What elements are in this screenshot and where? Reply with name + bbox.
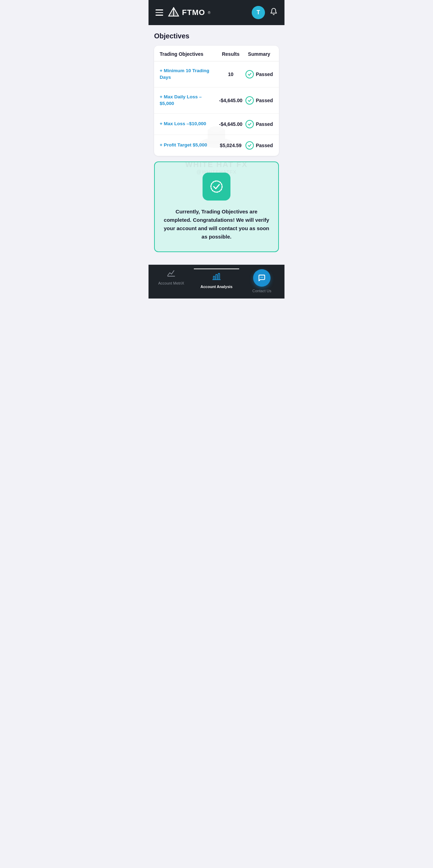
- nav-label-account-metrix: Account MetriX: [158, 281, 184, 285]
- menu-button[interactable]: [155, 9, 163, 16]
- logo: FTMO ®: [168, 7, 211, 18]
- logo-reg: ®: [208, 11, 210, 15]
- svg-point-3: [211, 181, 222, 192]
- objectives-card: Trading Objectives Results Summary + Min…: [154, 46, 279, 156]
- passed-label: Passed: [256, 71, 273, 77]
- bottom-nav: Account MetriX Account Analysis: [149, 265, 284, 299]
- svg-point-14: [261, 277, 262, 278]
- table-row: + Profit Target $5,000 $5,024.59 Passed: [154, 135, 279, 156]
- header-right: T: [252, 6, 278, 19]
- chat-button[interactable]: [253, 269, 271, 287]
- objective-result: 10: [216, 71, 245, 77]
- completion-banner: Currently, Trading Objectives are comple…: [154, 161, 279, 252]
- col-trading-objectives: Trading Objectives: [160, 51, 216, 57]
- nav-label-contact-us: Contact Us: [252, 289, 271, 293]
- objective-summary: Passed: [245, 70, 274, 78]
- ftmo-logo-icon: [168, 7, 179, 18]
- table-header: Trading Objectives Results Summary: [154, 46, 279, 61]
- avatar[interactable]: T: [252, 6, 265, 19]
- completion-message: Currently, Trading Objectives are comple…: [163, 207, 270, 241]
- objective-summary: Passed: [245, 120, 274, 128]
- check-circle-icon: [245, 120, 254, 128]
- objective-result: -$4,645.00: [216, 98, 245, 103]
- objective-label[interactable]: + Max Daily Loss – $5,000: [160, 94, 216, 107]
- col-summary: Summary: [245, 51, 274, 57]
- svg-rect-10: [216, 274, 217, 280]
- table-row: + Max Loss –$10,000 -$4,645.00 Passed: [154, 114, 279, 135]
- svg-point-13: [260, 277, 261, 278]
- account-analysis-icon: [212, 273, 221, 282]
- svg-rect-9: [213, 276, 215, 280]
- completion-check-icon: [209, 179, 224, 194]
- passed-label: Passed: [256, 98, 273, 103]
- objective-summary: Passed: [245, 96, 274, 105]
- nav-item-contact-us[interactable]: Contact Us: [239, 269, 284, 293]
- check-circle-icon: [245, 70, 254, 78]
- objective-summary: Passed: [245, 141, 274, 150]
- check-circle-icon: [245, 141, 254, 150]
- logo-text: FTMO: [182, 8, 205, 17]
- account-metrix-icon: [167, 269, 175, 279]
- completion-icon-box: [203, 173, 230, 201]
- page-title: Objectives: [154, 32, 279, 40]
- col-results: Results: [216, 51, 245, 57]
- page-content: Objectives Trading Objectives Results Su…: [149, 25, 284, 265]
- nav-item-account-analysis[interactable]: Account Analysis: [194, 269, 239, 293]
- passed-label: Passed: [256, 143, 273, 148]
- nav-item-account-metrix[interactable]: Account MetriX: [149, 269, 194, 293]
- nav-label-account-analysis: Account Analysis: [200, 285, 233, 289]
- app-wrapper: FTMO ® T Objectives Trading Objectives R…: [149, 0, 284, 299]
- objective-label[interactable]: + Minimum 10 Trading Days: [160, 68, 216, 81]
- svg-point-15: [263, 277, 263, 278]
- objective-label[interactable]: + Profit Target $5,000: [160, 142, 216, 149]
- bell-icon[interactable]: [270, 8, 278, 17]
- header: FTMO ® T: [149, 0, 284, 25]
- passed-label: Passed: [256, 121, 273, 127]
- table-row: + Minimum 10 Trading Days 10 Passed: [154, 61, 279, 88]
- table-row: + Max Daily Loss – $5,000 -$4,645.00 Pas…: [154, 88, 279, 114]
- chat-icon: [258, 274, 266, 282]
- objective-result: $5,024.59: [216, 143, 245, 148]
- objective-result: -$4,645.00: [216, 121, 245, 127]
- svg-rect-11: [218, 273, 220, 280]
- header-left: FTMO ®: [155, 7, 211, 18]
- check-circle-icon: [245, 96, 254, 105]
- objective-label[interactable]: + Max Loss –$10,000: [160, 121, 216, 127]
